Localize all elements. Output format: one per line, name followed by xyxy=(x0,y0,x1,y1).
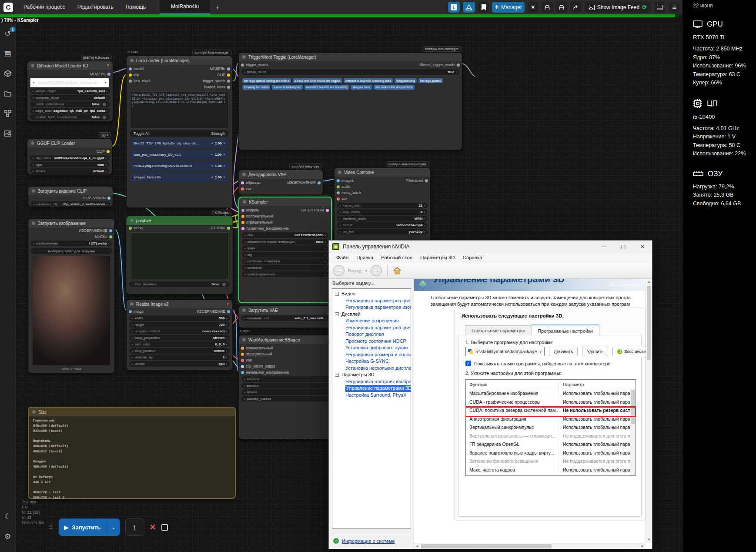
node-templates-icon[interactable]: ▤ xyxy=(3,49,12,58)
output-port[interactable]: МАСКА xyxy=(93,234,114,239)
trigger-word-tag[interactable]: she makes the ahegao face xyxy=(374,85,415,90)
extension-a-icon[interactable] xyxy=(542,2,553,13)
lora-entry[interactable]: ahegao_face-14b◂1.00▸ xyxy=(130,172,229,182)
output-port[interactable]: МОДЕЛЬ xyxy=(207,66,232,71)
node-widget[interactable]: ◂keep_proportionstretch▸ xyxy=(129,335,230,341)
trigger-word-tag[interactable]: woman's breasts are bouncing xyxy=(304,85,349,90)
trigger-word-tag[interactable]: lyingbouncing xyxy=(395,78,417,83)
table-scrollbar[interactable] xyxy=(630,389,636,475)
node-vae-decode[interactable]: comfyui-easy-use Декодировать VAE образц… xyxy=(238,170,323,195)
extension-b-icon[interactable] xyxy=(556,2,567,13)
show-image-feed-button[interactable]: Show Image Feed⟳ xyxy=(585,2,651,13)
drag-handle-icon[interactable]: ⠿ xyxy=(49,524,54,531)
collapse-dot-icon[interactable] xyxy=(242,55,246,59)
node-widget[interactable]: ◂шаги▸ xyxy=(242,245,328,251)
task-tree-item[interactable]: −Регулировка параметров цвета рабочег xyxy=(332,325,411,331)
node-widget[interactable]: ◂formatvideo/h264-mp4▸ xyxy=(337,222,428,228)
node-ksampler[interactable]: KSampler модельположительныйотрицательны… xyxy=(238,197,332,303)
node-widget[interactable]: ◂wan2114BFusionx_fusionxImage2video.saf … xyxy=(30,78,109,87)
task-tree-item[interactable]: −Просмотр состояния HDCP xyxy=(332,338,411,345)
node-widget[interactable]: ◂upscale_methodnearest-exact▸ xyxy=(129,328,230,334)
size-note-text[interactable]: Горизонталь 848x480 (deffault) 832x480 (… xyxy=(33,418,231,500)
input-port[interactable]: положительный xyxy=(239,345,291,351)
node-widget[interactable]: ◂strip_newlinesfalse▸ xyxy=(129,281,230,287)
node-widget[interactable]: ◂loop_count0▸ xyxy=(337,209,428,215)
tab-program-settings[interactable]: Программные настройки xyxy=(531,325,599,336)
output-port[interactable]: loaded_loras xyxy=(202,84,232,90)
setting-row[interactable]: Вертикальный синхроимпульсИспользовать г… xyxy=(466,423,636,432)
collapse-dot-icon[interactable] xyxy=(130,302,134,306)
show-only-found-checkbox[interactable]: ✓ xyxy=(465,361,471,366)
task-tree-item[interactable]: −Установка нескольких дисплеев xyxy=(332,365,411,372)
collapse-dot-icon[interactable] xyxy=(130,219,134,222)
setting-row[interactable]: Масштабирование изображенияИспользовать … xyxy=(466,389,636,398)
setting-row[interactable]: Макс. частота кадровИспользовать глобаль… xyxy=(466,466,636,475)
task-tree-item[interactable]: −Дисплей xyxy=(332,311,411,318)
collapse-dot-icon[interactable] xyxy=(242,308,246,312)
image-preview[interactable] xyxy=(33,256,110,365)
task-tree-item[interactable]: −Установка цифрового аудио xyxy=(332,345,411,351)
output-port[interactable]: filtered_trigger_words xyxy=(417,62,462,67)
window-menu-item[interactable]: Файл xyxy=(332,255,352,260)
minimize-icon[interactable]: — xyxy=(595,241,614,253)
window-vertical-scrollbar[interactable]: ▲▼ xyxy=(646,279,652,543)
node-widget[interactable]: ◂pad_color0, 0, 0▸ xyxy=(129,341,230,347)
node-positive-prompt[interactable]: KJNodes positive string СТРОКА ◂strip_ne… xyxy=(126,216,233,294)
add-program-button[interactable]: Добавить xyxy=(549,347,578,356)
input-port[interactable]: начальное_изображение xyxy=(239,370,291,375)
panel-toggle-icon[interactable] xyxy=(654,2,666,13)
stop-icon[interactable] xyxy=(161,524,168,531)
node-widget[interactable]: ◂sage_atten ...sageattn_qk_int8_pv_fp8_c… xyxy=(30,108,110,114)
trigger-word-tag[interactable]: a man is fucking her xyxy=(272,85,303,90)
setting-row[interactable]: CUDA - графические процессорыИспользоват… xyxy=(466,398,636,407)
input-port[interactable]: images xyxy=(335,178,363,183)
group-mode-toggle[interactable]: ◂group_modetrue▾ xyxy=(241,69,459,75)
node-widget[interactable]: ◂название_clipclip_vision_h.safetensors▸ xyxy=(31,201,110,207)
trigger-word-tag[interactable]: wement is fast with bouncing brea xyxy=(344,78,393,83)
output-port[interactable]: trigger_words xyxy=(201,78,233,84)
collapse-dot-icon[interactable] xyxy=(243,200,246,204)
node-load-clip-vision[interactable]: Загрузить видение CLIP CLIP_VISION ◂назв… xyxy=(28,186,113,207)
trigger-word-tag[interactable]: her legs spread having sex with a xyxy=(242,78,291,83)
restore-header-button[interactable]: Восстановить xyxy=(610,282,640,287)
output-port[interactable]: ИЗОБРАЖЕНИЕ xyxy=(77,228,114,233)
task-tree-item[interactable]: −Изменение разрешения xyxy=(332,318,411,325)
trigger-word-tag[interactable]: ahegao_face xyxy=(351,85,371,90)
settings-table[interactable]: Функция Параметр Масштабирование изображ… xyxy=(465,379,636,476)
toggle-all-label[interactable]: Toggle All xyxy=(134,131,149,136)
task-tree-item[interactable]: −Видео xyxy=(332,291,411,298)
collapse-dot-icon[interactable] xyxy=(242,173,246,176)
node-video-combine[interactable]: comfyui-videohelpersuite Video Combine i… xyxy=(334,167,431,244)
input-port[interactable]: vae xyxy=(335,196,363,201)
window-titlebar[interactable]: ◉ Панель управления NVIDIA — ▢ ✕ xyxy=(329,241,652,253)
node-widget[interactable]: ◂pix_fmtyuv420p▸ xyxy=(337,229,428,234)
bookmark-button[interactable] xyxy=(478,2,489,13)
node-widget[interactable]: ◂compute_dtypedefault▸ xyxy=(30,95,110,100)
node-widget[interactable]: ◂filename_prefixWAN▸ xyxy=(337,216,428,221)
batch-count-stepper[interactable]: 1 xyxy=(125,519,144,536)
node-resize-image[interactable]: Resize Image v2? image ИЗОБРАЖЕНИЕ ◂widt… xyxy=(126,299,233,371)
node-widget[interactable]: ◂crop_positioncenter▸ xyxy=(129,348,230,354)
trigger-word-tag[interactable]: s back and forth inside her vagina xyxy=(293,78,342,83)
home-icon[interactable] xyxy=(393,267,401,274)
collapse-dot-icon[interactable] xyxy=(242,338,246,341)
node-load-image[interactable]: Загрузить изображение ИЗОБРАЖЕНИЕМАСКА ◂… xyxy=(28,218,115,373)
input-port[interactable]: image xyxy=(127,309,146,314)
forward-icon[interactable]: → xyxy=(371,265,382,276)
nvidia-control-panel-window[interactable]: ◉ Панель управления NVIDIA — ▢ ✕ ФайлПра… xyxy=(328,240,652,549)
help-icon[interactable]: ? xyxy=(107,64,110,68)
node-widget[interactable]: ◂devicedefault▸ xyxy=(30,168,109,174)
delete-program-button[interactable]: Удалить xyxy=(582,347,608,356)
model-library-icon[interactable] xyxy=(3,69,12,78)
litegraph-button[interactable]: L xyxy=(448,2,460,13)
theme-toggle-icon[interactable]: ☾ xyxy=(3,512,12,521)
task-tree-item[interactable]: −Регулировка настроек изображения с пр xyxy=(332,378,411,385)
output-port[interactable]: CLIP xyxy=(215,72,232,77)
setting-row[interactable]: Виртуальная реальность — сглаживан...Не … xyxy=(466,432,636,441)
input-port[interactable]: clip_vision_output xyxy=(239,364,291,369)
trigger-word-tag[interactable]: her legs spread xyxy=(418,78,443,83)
menu-item[interactable]: Редактировать xyxy=(71,0,120,14)
setting-row[interactable]: Заранее подготовленные кадры вирту...Исп… xyxy=(466,449,636,458)
output-port[interactable]: ИЗОБРАЖЕНИЕ xyxy=(194,309,232,314)
collapse-dot-icon[interactable] xyxy=(338,171,341,174)
